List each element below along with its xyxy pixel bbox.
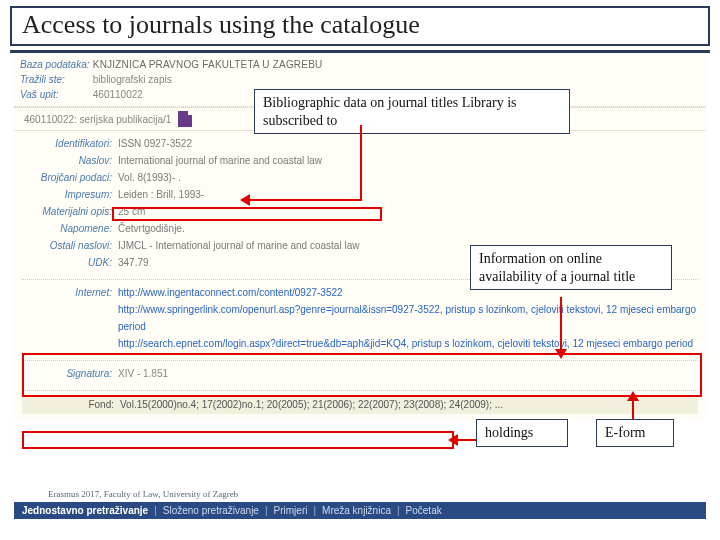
internet-link-3[interactable]: http://search.epnet.com/login.aspx?direc…	[118, 338, 693, 349]
callout-online-availability-text: Information on online availability of a …	[479, 251, 635, 284]
upit-label: Vaš upit:	[20, 87, 90, 102]
record-id: 460110022: serijska publikacija/1	[24, 114, 171, 125]
callout-online-availability: Information on online availability of a …	[470, 245, 672, 290]
callout-bibliographic-text: Bibliographic data on journal titles Lib…	[263, 95, 517, 128]
signatura-label: Signatura:	[22, 365, 112, 382]
fond-value: Vol.15(2000)no.4; 17(2002)no.1; 20(2005)…	[120, 396, 503, 413]
materijalni-value: 25 cm	[118, 203, 145, 220]
impresum-value: Leiden : Brill, 1993-	[118, 186, 204, 203]
callout-eform-text: E-form	[605, 425, 645, 440]
ostali-label: Ostali naslovi:	[22, 237, 112, 254]
napomene-value: Četvrtgodišnje.	[118, 220, 185, 237]
udk-label: UDK:	[22, 254, 112, 271]
upit-value: 460110022	[93, 89, 143, 100]
callout-holdings-text: holdings	[485, 425, 533, 440]
callout-bibliographic: Bibliographic data on journal titles Lib…	[254, 89, 570, 134]
udk-value: 347.79	[118, 254, 149, 271]
query-label: Tražili ste:	[20, 72, 90, 87]
db-label: Baza podataka:	[20, 57, 90, 72]
identifikatori-value: ISSN 0927-3522	[118, 135, 192, 152]
bottom-tabs: Jednostavno pretraživanje| Složeno pretr…	[14, 502, 706, 519]
naslov-label: Naslov:	[22, 152, 112, 169]
signatura-value: XIV - 1.851	[118, 365, 168, 382]
brojcani-label: Brojčani podaci:	[22, 169, 112, 186]
brojcani-value: Vol. 8(1993)- .	[118, 169, 181, 186]
slide-footer-text: Erasmus 2017, Faculty of Law, University…	[48, 489, 238, 499]
query-value: bibliografski zapis	[93, 74, 172, 85]
internet-label: Internet:	[22, 284, 112, 301]
internet-link-2[interactable]: http://www.springerlink.com/openurl.asp?…	[118, 304, 696, 332]
impresum-label: Impresum:	[22, 186, 112, 203]
slide-title-text: Access to journals using the catalogue	[22, 10, 420, 39]
tab-home[interactable]: Početak	[406, 505, 442, 516]
fond-label: Fond:	[24, 396, 114, 413]
document-icon[interactable]	[178, 111, 192, 127]
tab-simple-search[interactable]: Jednostavno pretraživanje	[22, 505, 148, 516]
tab-examples[interactable]: Primjeri	[274, 505, 308, 516]
highlight-box-fond	[22, 431, 454, 449]
slide-footer: Erasmus 2017, Faculty of Law, University…	[48, 489, 238, 499]
napomene-label: Napomene:	[22, 220, 112, 237]
internet-link-1[interactable]: http://www.ingentaconnect.com/content/09…	[118, 287, 343, 298]
slide-canvas: Baza podataka: KNJIZNICA PRAVNOG FAKULTE…	[0, 53, 720, 523]
ostali-value: IJMCL - International journal of marine …	[118, 237, 359, 254]
slide-title: Access to journals using the catalogue	[10, 6, 710, 46]
materijalni-label: Materijalni opis:	[22, 203, 112, 220]
tab-library-network[interactable]: Mreža knjižnica	[322, 505, 391, 516]
naslov-value: International journal of marine and coas…	[118, 152, 322, 169]
db-value: KNJIZNICA PRAVNOG FAKULTETA U ZAGREBU	[93, 59, 323, 70]
callout-holdings: holdings	[476, 419, 568, 447]
tab-advanced-search[interactable]: Složeno pretraživanje	[163, 505, 259, 516]
callout-eform: E-form	[596, 419, 674, 447]
identifikatori-label: Identifikatori:	[22, 135, 112, 152]
